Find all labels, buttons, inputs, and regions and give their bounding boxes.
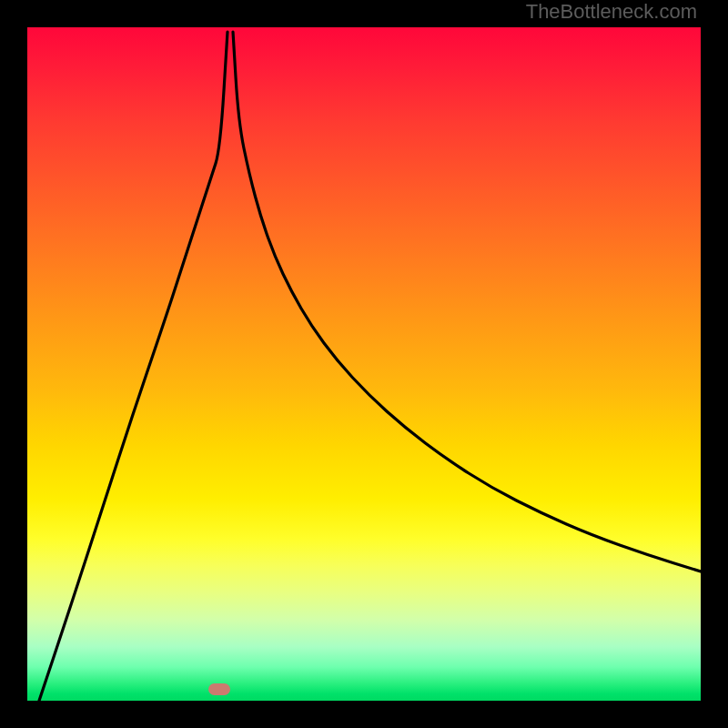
chart-frame: TheBottleneck.com xyxy=(0,0,728,728)
plot-area xyxy=(27,27,701,701)
watermark-text: TheBottleneck.com xyxy=(526,0,697,24)
curve-right-branch xyxy=(233,32,701,571)
bottleneck-curve xyxy=(27,27,701,701)
minimum-marker xyxy=(208,683,230,695)
curve-left-branch xyxy=(39,32,228,701)
